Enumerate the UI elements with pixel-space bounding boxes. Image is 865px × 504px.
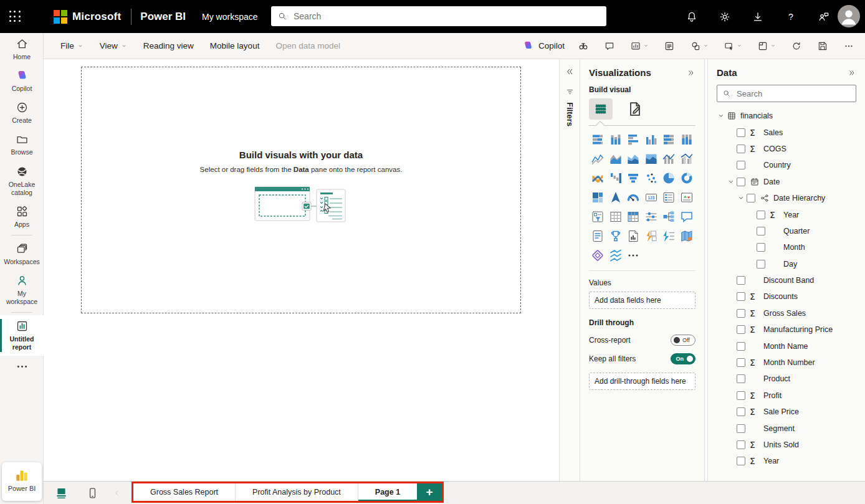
donut-chart-icon[interactable] bbox=[679, 171, 694, 186]
report-canvas[interactable]: Build visuals with your data Select or d… bbox=[81, 67, 521, 313]
cross-report-toggle[interactable]: Off bbox=[671, 335, 695, 346]
funnel-chart-icon[interactable] bbox=[626, 171, 641, 186]
kpi-icon[interactable] bbox=[679, 190, 694, 205]
new-page-button[interactable]: + bbox=[417, 483, 442, 501]
paginated-report-icon[interactable] bbox=[626, 229, 641, 244]
sidebar-item-home[interactable]: Home bbox=[0, 33, 44, 65]
collapse-data-pane-icon[interactable] bbox=[848, 69, 856, 77]
field-row-segment[interactable]: Segment bbox=[717, 420, 856, 436]
field-row-year[interactable]: ΣYear bbox=[717, 453, 856, 469]
field-checkbox[interactable] bbox=[737, 145, 745, 153]
smart-narrative-icon[interactable] bbox=[590, 229, 605, 244]
workspace-breadcrumb[interactable]: My workspace bbox=[202, 12, 257, 22]
field-row-quarter[interactable]: Quarter bbox=[717, 223, 856, 239]
field-row-month[interactable]: Month bbox=[717, 239, 856, 255]
field-row-discount-band[interactable]: Discount Band bbox=[717, 272, 856, 288]
notifications-icon[interactable] bbox=[686, 11, 698, 23]
sidebar-item-onelake-catalog[interactable]: OneLake catalog bbox=[0, 161, 44, 201]
line-and-stacked-column-chart-icon[interactable] bbox=[661, 151, 676, 166]
save-button[interactable] bbox=[813, 37, 833, 55]
frame-button[interactable] bbox=[753, 37, 780, 55]
web-view-icon[interactable] bbox=[55, 487, 68, 500]
stacked-column-chart-icon[interactable] bbox=[608, 132, 623, 147]
field-checkbox[interactable] bbox=[737, 128, 745, 137]
multi-row-card-icon[interactable] bbox=[661, 190, 676, 205]
mobile-view-icon[interactable] bbox=[86, 487, 99, 500]
pie-chart-icon[interactable] bbox=[661, 171, 676, 186]
help-icon[interactable]: ? bbox=[785, 11, 797, 23]
chevron-down-icon[interactable] bbox=[737, 194, 745, 202]
sidebar-item-browse[interactable]: Browse bbox=[0, 128, 44, 160]
settings-icon[interactable] bbox=[719, 11, 731, 23]
field-row-profit[interactable]: ΣProfit bbox=[717, 388, 856, 404]
ribbon-chart-icon[interactable] bbox=[590, 171, 605, 186]
field-row-sale-price[interactable]: ΣSale Price bbox=[717, 404, 856, 420]
tab-format-visual[interactable] bbox=[626, 100, 644, 118]
field-checkbox[interactable] bbox=[757, 243, 765, 252]
values-field-well[interactable]: Add data fields here bbox=[589, 292, 695, 309]
more-options-button[interactable] bbox=[839, 37, 859, 55]
field-checkbox[interactable] bbox=[737, 161, 745, 169]
arcgis-map-icon[interactable] bbox=[679, 229, 694, 244]
field-row-product[interactable]: Product bbox=[717, 371, 856, 387]
power-automate-icon[interactable] bbox=[661, 229, 676, 244]
field-checkbox[interactable] bbox=[757, 211, 765, 219]
chevron-down-icon[interactable] bbox=[727, 178, 735, 186]
field-row-month-name[interactable]: Month Name bbox=[717, 338, 856, 354]
table-icon[interactable] bbox=[608, 209, 623, 224]
decomposition-tree-icon[interactable] bbox=[661, 209, 676, 224]
stacked-bar-chart-icon[interactable] bbox=[590, 132, 605, 147]
field-row-country[interactable]: Country bbox=[717, 157, 856, 173]
clustered-bar-chart-icon[interactable] bbox=[626, 132, 641, 147]
field-checkbox[interactable] bbox=[737, 325, 745, 334]
waterfall-chart-icon[interactable] bbox=[608, 171, 623, 186]
field-row-date[interactable]: Date bbox=[717, 174, 856, 190]
100-stacked-bar-chart-icon[interactable] bbox=[661, 132, 676, 147]
q-and-a-icon[interactable] bbox=[679, 209, 694, 224]
tab-build-visual[interactable] bbox=[589, 98, 613, 120]
field-checkbox[interactable] bbox=[737, 292, 745, 301]
copilot-button[interactable]: Copilot bbox=[516, 40, 571, 52]
field-checkbox[interactable] bbox=[737, 407, 745, 416]
sidebar-item-workspaces[interactable]: Workspaces bbox=[0, 238, 44, 270]
line-chart-icon[interactable] bbox=[590, 151, 605, 166]
page-tab-page-1[interactable]: Page 1 bbox=[358, 483, 417, 501]
menu-item-view[interactable]: View bbox=[92, 33, 135, 59]
clustered-column-chart-icon[interactable] bbox=[644, 132, 659, 147]
field-row-gross-sales[interactable]: ΣGross Sales bbox=[717, 305, 856, 321]
slicer-icon[interactable] bbox=[590, 209, 605, 224]
sidebar-item-my-workspace[interactable]: My workspace bbox=[0, 270, 44, 310]
global-search-input[interactable] bbox=[292, 11, 600, 22]
download-icon[interactable] bbox=[752, 11, 764, 23]
line-and-clustered-column-chart-icon[interactable] bbox=[679, 151, 694, 166]
field-row-financials[interactable]: financials bbox=[717, 108, 856, 124]
field-row-month-number[interactable]: ΣMonth Number bbox=[717, 354, 856, 371]
keep-all-filters-toggle[interactable]: On bbox=[671, 353, 695, 364]
field-row-date-hierarchy[interactable]: Date Hierarchy bbox=[717, 190, 856, 206]
metrics-icon[interactable] bbox=[590, 248, 605, 263]
map-icon[interactable] bbox=[608, 190, 623, 205]
field-checkbox[interactable] bbox=[737, 178, 745, 186]
field-checkbox[interactable] bbox=[737, 358, 745, 367]
100-stacked-column-chart-icon[interactable] bbox=[679, 132, 694, 147]
sidebar-item-apps[interactable]: Apps bbox=[0, 201, 44, 232]
text-box-button[interactable] bbox=[659, 37, 679, 55]
treemap-icon[interactable] bbox=[590, 190, 605, 205]
global-search[interactable] bbox=[271, 6, 606, 26]
page-tab-profit-analysis-by-product[interactable]: Profit Analysis by Product bbox=[236, 483, 358, 501]
page-tab-gross-sales-report[interactable]: Gross Sales Report bbox=[133, 483, 236, 501]
account-avatar[interactable] bbox=[838, 5, 860, 27]
new-visual-button[interactable] bbox=[626, 37, 653, 55]
field-checkbox[interactable] bbox=[737, 374, 745, 383]
app-launcher-waffle-icon[interactable] bbox=[0, 0, 30, 33]
comment-button[interactable] bbox=[600, 37, 619, 55]
field-checkbox[interactable] bbox=[757, 227, 765, 235]
scatter-chart-icon[interactable] bbox=[644, 171, 659, 186]
filters-pane-collapsed[interactable]: Filters bbox=[559, 59, 580, 481]
matrix-icon[interactable] bbox=[626, 209, 641, 224]
expand-filters-icon[interactable] bbox=[565, 67, 575, 77]
power-bi-app-switcher[interactable]: Power BI bbox=[2, 462, 42, 501]
custom-visual-icon[interactable] bbox=[608, 248, 623, 263]
data-search[interactable] bbox=[717, 85, 856, 102]
shapes-button[interactable] bbox=[686, 37, 713, 55]
